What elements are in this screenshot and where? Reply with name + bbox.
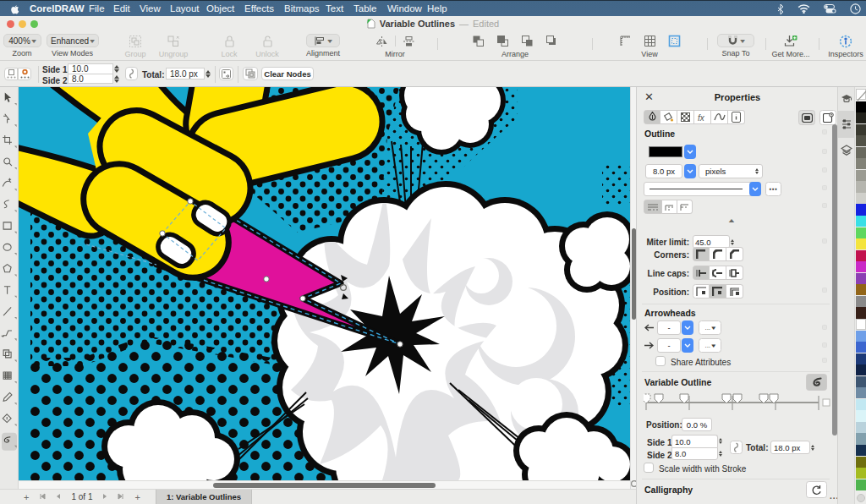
menu-view[interactable]: View bbox=[140, 3, 161, 14]
horizontal-scrollbar-thumb[interactable] bbox=[213, 483, 436, 488]
back-one-icon[interactable] bbox=[545, 35, 558, 47]
corner-round-button[interactable] bbox=[710, 247, 726, 261]
vo-end-handle[interactable] bbox=[823, 399, 830, 406]
vertical-scrollbar[interactable] bbox=[630, 87, 636, 489]
node-mode-button[interactable] bbox=[18, 68, 31, 80]
copy-attributes-button[interactable] bbox=[243, 67, 258, 80]
cap-square-button[interactable] bbox=[726, 266, 743, 280]
hints-icon[interactable] bbox=[841, 94, 852, 105]
mesh-fill-tool[interactable] bbox=[3, 372, 17, 384]
summary-tab[interactable] bbox=[728, 110, 745, 124]
palette-swatch[interactable] bbox=[856, 387, 866, 398]
outline-units-select[interactable]: pixels bbox=[699, 164, 763, 178]
alignment-dropdown[interactable]: ▾ bbox=[306, 34, 340, 47]
freehand-tool[interactable] bbox=[3, 178, 16, 191]
previous-page-button[interactable] bbox=[51, 493, 66, 501]
next-page-button[interactable] bbox=[97, 493, 112, 501]
palette-swatch[interactable] bbox=[856, 319, 866, 330]
page-mode-button[interactable] bbox=[819, 110, 836, 125]
palette-swatch[interactable] bbox=[856, 331, 866, 342]
arrow-end-more-button[interactable]: ...▾ bbox=[699, 338, 721, 353]
grid-icon[interactable] bbox=[644, 35, 656, 47]
palette-swatch[interactable] bbox=[856, 296, 866, 307]
corner-miter-button[interactable] bbox=[693, 247, 710, 261]
outline-style-chevron[interactable] bbox=[749, 182, 761, 196]
mirror-horizontal-icon[interactable] bbox=[375, 36, 388, 47]
arrow-end-select[interactable]: - bbox=[657, 338, 681, 353]
unlock-button[interactable]: Unlock bbox=[250, 34, 284, 58]
variable-outline-tool[interactable] bbox=[2, 433, 17, 451]
frame-mode-button[interactable] bbox=[798, 110, 815, 125]
page-tab[interactable]: 1: Variable Outlines bbox=[156, 490, 252, 504]
line-tool[interactable] bbox=[3, 307, 17, 319]
vo-side2-input[interactable]: 8.0 bbox=[671, 447, 718, 460]
group-button[interactable]: Group bbox=[118, 34, 152, 58]
connector-tool[interactable] bbox=[2, 331, 17, 341]
palette-swatch[interactable] bbox=[856, 307, 866, 318]
menu-edit[interactable]: Edit bbox=[113, 3, 130, 14]
palette-swatch[interactable] bbox=[856, 193, 866, 204]
bluetooth-icon[interactable] bbox=[777, 4, 784, 14]
palette-swatch[interactable] bbox=[856, 250, 866, 261]
clock-icon[interactable] bbox=[850, 3, 861, 14]
scale-width-checkbox[interactable] bbox=[644, 463, 654, 473]
arrow-end-dropdown[interactable] bbox=[682, 338, 693, 353]
side1-input[interactable]: 10.0 bbox=[68, 63, 113, 74]
side1-stepper[interactable] bbox=[114, 63, 119, 74]
menu-window[interactable]: Window bbox=[387, 3, 422, 14]
cap-butt-button[interactable] bbox=[693, 266, 710, 280]
line-style-preset-3[interactable] bbox=[677, 200, 693, 214]
drawing-canvas[interactable] bbox=[19, 87, 630, 480]
vo-total-stepper[interactable] bbox=[811, 441, 814, 454]
palette-swatch[interactable] bbox=[856, 273, 866, 284]
zoom-level-dropdown[interactable]: 400%▾ bbox=[3, 34, 41, 47]
palette-swatch[interactable] bbox=[856, 284, 866, 295]
curve-tab[interactable] bbox=[711, 110, 728, 124]
palette-swatch[interactable] bbox=[856, 342, 866, 353]
add-page-button[interactable]: + bbox=[19, 492, 34, 502]
outline-width-input[interactable]: 8.0 px bbox=[645, 164, 682, 178]
sculpt-mode-button[interactable] bbox=[4, 68, 18, 80]
node-options-button[interactable] bbox=[219, 67, 233, 80]
palette-swatch[interactable] bbox=[856, 238, 866, 249]
variable-outline-tool-button[interactable] bbox=[806, 374, 827, 391]
effects-tab[interactable]: fx bbox=[694, 110, 711, 124]
app-menu[interactable]: CorelDRAW bbox=[30, 3, 85, 14]
palette-swatch[interactable] bbox=[856, 158, 866, 169]
palette-swatch[interactable] bbox=[856, 181, 866, 192]
corner-bevel-button[interactable] bbox=[726, 247, 743, 261]
ungroup-button[interactable]: Ungroup bbox=[154, 34, 193, 58]
palette-swatch[interactable] bbox=[856, 261, 866, 272]
palette-swatch[interactable] bbox=[856, 216, 866, 227]
style-more-button[interactable]: ⋯ bbox=[765, 182, 781, 196]
crop-tool[interactable] bbox=[3, 135, 16, 148]
variable-outline-strip[interactable] bbox=[644, 392, 831, 414]
outline-tab[interactable] bbox=[644, 110, 660, 124]
properties-docker-tab[interactable] bbox=[838, 111, 855, 138]
palette-swatch[interactable] bbox=[856, 399, 866, 410]
vo-link-sides-button[interactable] bbox=[730, 441, 743, 454]
position-outside-button[interactable] bbox=[693, 284, 710, 299]
palette-swatch[interactable] bbox=[856, 170, 866, 181]
vo-total-input[interactable]: 18.0 px bbox=[770, 441, 810, 454]
drop-shadow-tool[interactable] bbox=[3, 350, 17, 362]
page-border-icon[interactable] bbox=[668, 35, 681, 47]
menu-object[interactable]: Object bbox=[206, 3, 234, 14]
vo-side2-stepper[interactable] bbox=[719, 447, 722, 460]
total-input[interactable]: 18.0 px bbox=[166, 68, 205, 79]
palette-swatch[interactable] bbox=[856, 364, 866, 375]
palette-swatch[interactable] bbox=[856, 101, 866, 112]
artistic-media-tool[interactable] bbox=[4, 200, 17, 212]
clear-nodes-button[interactable]: Clear Nodes bbox=[261, 67, 314, 80]
vo-side1-input[interactable]: 10.0 bbox=[671, 435, 718, 447]
menu-layout[interactable]: Layout bbox=[170, 3, 200, 14]
side2-stepper[interactable] bbox=[114, 74, 119, 84]
palette-swatch[interactable] bbox=[856, 112, 866, 123]
arrow-start-more-button[interactable]: ...▾ bbox=[699, 320, 721, 335]
palette-swatch[interactable] bbox=[856, 204, 866, 215]
zoom-tool[interactable] bbox=[4, 158, 17, 170]
horizontal-scrollbar[interactable] bbox=[19, 480, 630, 489]
palette-swatch[interactable] bbox=[856, 410, 866, 421]
palette-swatch[interactable] bbox=[856, 422, 866, 433]
apple-menu-icon[interactable] bbox=[10, 4, 19, 14]
